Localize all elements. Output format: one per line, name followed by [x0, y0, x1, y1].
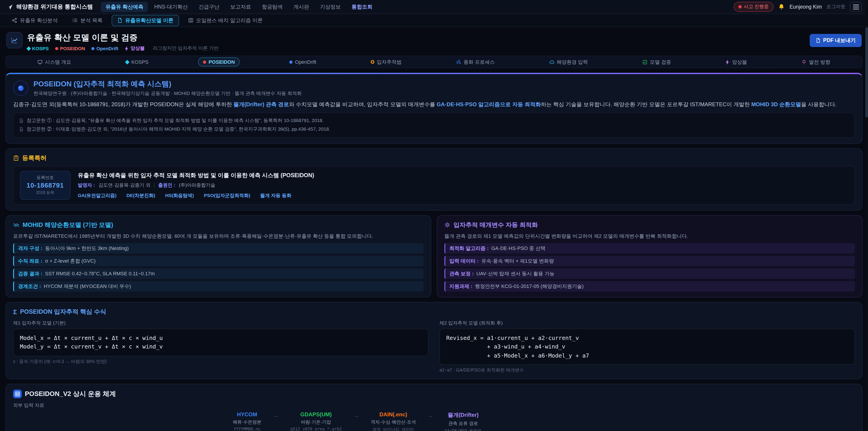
tab-model-theory[interactable]: 유출유확산모델 이론 — [112, 15, 179, 26]
highlight-drifter-path: 뜰개(Drifter) 관측 경로 — [234, 101, 289, 107]
section-pill-kosps[interactable]: KOSPS — [121, 57, 153, 66]
fence-layout-icon — [188, 18, 193, 23]
badge-opendrift: OpenDrift — [91, 45, 118, 51]
poseidon-overview-card: POSEIDON (입자추적 최적화 예측 시스템) 한국해양연구원 · (주)… — [5, 73, 863, 144]
poseidon-planet-icon — [13, 81, 29, 96]
pdf-document-icon — [815, 38, 820, 43]
tab-oilfence-theory[interactable]: 오일펜스 배치 알고리즘 이론 — [182, 15, 268, 26]
badge-poseidon: POSEIDON — [55, 45, 85, 51]
spec-row: 수직 좌표σ + Z-level 혼합 (GVC) — [13, 256, 424, 266]
scrollbar-thumb[interactable] — [865, 27, 868, 118]
incident-status-badge[interactable]: 사고 진행중 — [734, 2, 774, 12]
spec-row: 경계조건HYCOM 재분석 (MYOCEAN 대비 우수) — [13, 281, 424, 291]
red-dot-icon — [55, 47, 58, 50]
patent-tag-ga[interactable]: GA(유전알고리즘) — [78, 192, 117, 199]
page-title: 유출유 확산 모델 이론 및 검증 — [27, 32, 219, 43]
list-icon — [72, 18, 78, 23]
v2-grid-icon — [13, 390, 22, 398]
nav-item-reports[interactable]: 보고자료 — [226, 2, 256, 12]
badge-kosps: KOSPS — [27, 45, 49, 51]
data-flow-diagram: HYCOM 해류·수온염분 YYYYMMDD.nc → GDAPS(UM) 바람… — [13, 411, 855, 431]
source-dain: DAIN(.enc) 격자·수심·해안선·조석 정적 바이너리 데이터 — [371, 411, 416, 431]
optimizer-card: 입자추적 매개변수 자동 최적화 뜰개 관측 경로와 제1 모델 예측값의 단위… — [437, 215, 863, 298]
patent-tag-pso[interactable]: PSO(입자군집최적화) — [204, 192, 250, 199]
spec-row: 검증 결과SST RMSE 0.42~0.78°C, SLA RMSE 0.11… — [13, 269, 424, 279]
section-pill-poseidon[interactable]: POSEIDON — [198, 57, 240, 66]
patent-section-title: 등록특허 — [13, 154, 855, 162]
nav-item-weather-info[interactable]: 기상정보 — [315, 2, 345, 12]
top-navbar: 해양환경 위기대응 통합시스템 유출유 확산예측 HNS·대기확산 긴급구난 보… — [0, 0, 868, 14]
reference-doc-icon — [19, 127, 24, 131]
brand-title: 해양환경 위기대응 통합시스템 — [16, 3, 93, 11]
flow-arrow-icon: → — [273, 412, 278, 419]
section-pill-particle-tracking[interactable]: 입자추적법 — [366, 57, 407, 67]
section-pill-validation[interactable]: 모델 검증 — [638, 57, 676, 67]
highlight-mohid: MOHID 3D 순환모델 — [751, 101, 801, 107]
nav-item-integrated-search[interactable]: 통합조회 — [347, 2, 377, 12]
inventor-label: 발명자 : — [78, 182, 95, 188]
diamond-icon — [26, 46, 31, 51]
tab-spill-analysis[interactable]: 유출유 확산분석 — [6, 15, 63, 26]
reference-item: 참고문헌 ① : 김도연·김용묵, "유출유 확산 예측을 위한 입자 추적 모… — [19, 116, 849, 125]
nav-item-aerial-search[interactable]: 항공탐색 — [257, 2, 287, 12]
equation-model2-caption: a1~a7 : GA/DE/PSO로 최적화된 매개변수 — [439, 367, 855, 373]
equation-model1: 제1 입자추적 모델 (기본) Model_x = Δt × current_u… — [13, 320, 429, 373]
meta-divider — [154, 183, 155, 187]
nav-item-board[interactable]: 게시판 — [289, 2, 314, 12]
tab-analysis-list[interactable]: 분석 목록 — [67, 15, 108, 26]
nav-item-emergency-rescue[interactable]: 긴급구난 — [194, 2, 224, 12]
notification-bell-icon[interactable] — [778, 3, 785, 10]
section-pill-ocean-input[interactable]: 해양환경 입력 — [545, 57, 593, 67]
pdf-export-button[interactable]: PDF 내보내기 — [810, 34, 862, 47]
poseidon-subtitle: 한국해양연구원 · (주)아라종합기술 · 한국해양기상기술 공동개발 · MO… — [33, 90, 302, 97]
patent-tag-drifter[interactable]: 뜰개 자동 동화 — [260, 192, 291, 199]
spec-row: 관측 보정UAV·선박 탑재 센서 동시 활용 가능 — [444, 269, 855, 279]
app-window: 해양환경 위기대응 통합시스템 유출유 확산예측 HNS·대기확산 긴급구난 보… — [0, 0, 868, 431]
tab-label: 오일펜스 배치 알고리즘 이론 — [196, 17, 263, 24]
rocket-icon — [802, 59, 807, 64]
section-pill-future[interactable]: 발전 방향 — [797, 57, 835, 67]
logout-button[interactable]: 로그아웃 — [827, 4, 845, 10]
patent-tag-de[interactable]: DE(차분진화) — [127, 192, 155, 199]
patent-tag-hs[interactable]: HS(화음탐색) — [165, 192, 194, 199]
poseidon-title: POSEIDON (입자추적 최적화 예측 시스템) — [33, 80, 302, 89]
patent-title: 유출유 확산 예측을 위한 입자 추적 모델 최적화 방법 및 이를 이용한 예… — [78, 172, 314, 179]
section-nav: 시스템 개요 KOSPS POSEIDON OpenDrift 입자추적법 풍화… — [5, 56, 863, 68]
registration-year: 2018 등록 — [36, 190, 54, 195]
page-scrollbar[interactable] — [865, 0, 868, 431]
tab-label: 분석 목록 — [80, 17, 102, 24]
source-hycom: HYCOM 해류·수온염분 YYYYMMDD.nc — [233, 411, 261, 431]
nav-item-hns-air-diffusion[interactable]: HNS·대기확산 — [150, 2, 192, 12]
reference-doc-icon — [19, 118, 24, 123]
mohid-title-row: MOHID 해양순환모델 (기반 모델) — [13, 221, 424, 229]
cloud-icon — [550, 59, 555, 64]
patent-registration-block: 등록번호 10-1868791 2018 등록 — [20, 171, 70, 199]
section-pill-weathering[interactable]: 풍화 프로세스 — [452, 57, 500, 67]
spec-row: 최적화 알고리즘GA·DE·HS·PSO 중 선택 — [444, 243, 855, 254]
assignee: (주)아라종합기술 — [179, 182, 215, 188]
wing-logo-icon — [6, 3, 13, 10]
brand: 해양환경 위기대응 통합시스템 — [6, 3, 93, 11]
optimizer-description: 뜰개 관측 경로와 제1 모델 예측값의 단위시간별 변화량을 비교하여 제2 … — [444, 232, 855, 240]
assignee-label: 출원인 : — [158, 182, 176, 188]
section-pill-opendrift[interactable]: OpenDrift — [285, 57, 321, 66]
references-box: 참고문헌 ① : 김도연·김용묵, "유출유 확산 예측을 위한 입자 추적 모… — [13, 112, 855, 137]
incident-dot-icon — [739, 5, 741, 8]
section-pill-overview[interactable]: 시스템 개요 — [33, 57, 76, 67]
section-pill-ensemble[interactable]: 앙상블 — [721, 57, 752, 67]
patent-detail-box: 등록번호 10-1868791 2018 등록 유출유 확산 예측을 위한 입자… — [13, 166, 855, 205]
menu-hamburger-icon[interactable] — [850, 2, 862, 12]
incident-badge-label: 사고 진행중 — [744, 4, 769, 10]
weathering-wind-icon — [456, 59, 461, 64]
equation-model1-code: Model_x = Δt × current_u + Δt × c × wind… — [13, 329, 429, 356]
page-icon — [6, 32, 23, 49]
spec-row: 입력 데이터유속·풍속 벡터 + 제1모델 변화량 — [444, 256, 855, 266]
particle-ring-icon — [371, 60, 375, 64]
gear-icon — [444, 222, 450, 228]
mohid-description: 포르투갈 IST/MARETEC에서 1985년부터 개발한 3D 수치 해양순… — [13, 232, 424, 240]
badge-row: KOSPS POSEIDON OpenDrift 앙상블 라그랑지안 입자추 — [27, 45, 219, 52]
registration-label: 등록번호 — [37, 175, 54, 181]
nav-item-spill-prediction[interactable]: 유출유 확산예측 — [101, 2, 148, 12]
blue-dot-icon — [91, 47, 94, 50]
analysis-chart-icon — [10, 36, 19, 44]
